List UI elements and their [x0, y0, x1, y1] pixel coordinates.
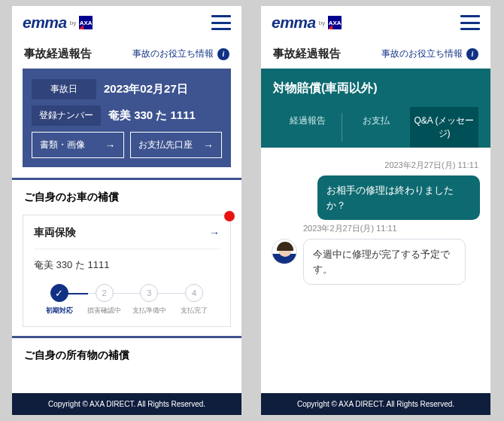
logo[interactable]: emma by AXA — [23, 14, 93, 32]
tabs: 経過報告 お支払 Q&A (メッセージ) — [273, 107, 478, 148]
step-4: 4支払完了 — [172, 284, 217, 316]
page-title: 事故経過報告 — [273, 47, 341, 61]
info-link[interactable]: 事故のお役立ち情報 i — [132, 47, 229, 60]
section-own-property: ご自身の所有物の補償 — [12, 336, 241, 373]
documents-button[interactable]: 書類・画像→ — [32, 132, 124, 158]
check-icon: ✓ — [55, 288, 63, 299]
header: emma by AXA — [261, 6, 490, 39]
arrow-right-icon: → — [105, 139, 116, 151]
phone-right: emma by AXA 事故経過報告 事故のお役立ち情報 i 対物賠償(車両以外… — [261, 6, 490, 415]
subheader: 事故経過報告 事故のお役立ち情報 i — [261, 39, 490, 69]
accident-date-value: 2023年02月27日 — [104, 82, 188, 96]
step-3: 3支払準備中 — [127, 284, 172, 316]
claim-title: 対物賠償(車両以外) — [273, 78, 478, 107]
info-link[interactable]: 事故のお役立ち情報 i — [381, 47, 478, 60]
timestamp: 2023年2月27日(月) 11:11 — [273, 160, 478, 171]
logo[interactable]: emma by AXA — [272, 14, 342, 32]
progress-steps: ✓ 初期対応 2損害確認中 3支払準備中 4支払完了 — [34, 284, 220, 316]
axa-badge: AXA — [79, 16, 93, 29]
header: emma by AXA — [12, 6, 241, 39]
info-icon: i — [217, 48, 229, 60]
bank-account-button[interactable]: お支払先口座→ — [130, 132, 223, 158]
tab-qa[interactable]: Q&A (メッセージ) — [410, 107, 478, 148]
registration-value: 奄美 330 た 1111 — [108, 108, 196, 123]
logo-by: by — [319, 20, 325, 26]
arrow-right-icon: → — [209, 227, 220, 239]
hamburger-icon[interactable] — [460, 15, 480, 30]
info-link-label: 事故のお役立ち情報 — [381, 47, 463, 60]
page-title: 事故経過報告 — [24, 47, 92, 61]
card-title: 車両保険 — [34, 226, 76, 239]
logo-text: emma — [272, 14, 316, 32]
card-subtitle: 奄美 330 た 1111 — [34, 258, 220, 272]
claim-hero: 対物賠償(車両以外) 経過報告 お支払 Q&A (メッセージ) — [261, 69, 490, 148]
info-link-label: 事故のお役立ち情報 — [132, 47, 214, 60]
registration-label: 登録ナンバー — [32, 105, 101, 126]
hamburger-icon[interactable] — [211, 15, 231, 30]
footer: Copyright © AXA DIRECT. All Rights Reser… — [12, 393, 241, 415]
section-own-vehicle: ご自身のお車の補償 — [12, 178, 241, 215]
arrow-right-icon: → — [203, 139, 214, 151]
chat-bubble-self: お相手の修理は終わりましたか？ — [317, 175, 480, 220]
step-1: ✓ 初期対応 — [37, 284, 82, 316]
chat-bubble-agent: 今週中に修理が完了する予定です。 — [303, 239, 466, 285]
vehicle-insurance-card[interactable]: 車両保険 → 奄美 330 た 1111 ✓ 初期対応 2損害確認中 3支払準備… — [23, 215, 231, 327]
info-icon: i — [466, 48, 478, 60]
chat-area[interactable]: 2023年2月27日(月) 11:11 お相手の修理は終わりましたか？ 2023… — [261, 148, 490, 393]
step-2: 2損害確認中 — [82, 284, 127, 316]
accident-date-label: 事故日 — [32, 79, 96, 99]
accident-summary-card: 事故日 2023年02月27日 登録ナンバー 奄美 330 た 1111 書類・… — [23, 69, 231, 167]
logo-by: by — [70, 20, 76, 26]
subheader: 事故経過報告 事故のお役立ち情報 i — [12, 39, 241, 69]
timestamp: 2023年2月27日(月) 11:11 — [303, 223, 478, 234]
axa-badge: AXA — [328, 16, 342, 29]
agent-avatar — [272, 239, 297, 264]
tab-payment[interactable]: お支払 — [342, 107, 410, 148]
phone-left: emma by AXA 事故経過報告 事故のお役立ち情報 i 事故日 2023年… — [12, 6, 241, 415]
tab-progress[interactable]: 経過報告 — [273, 107, 342, 148]
logo-text: emma — [23, 14, 67, 32]
footer: Copyright © AXA DIRECT. All Rights Reser… — [261, 393, 490, 415]
notification-dot-icon — [224, 211, 235, 221]
